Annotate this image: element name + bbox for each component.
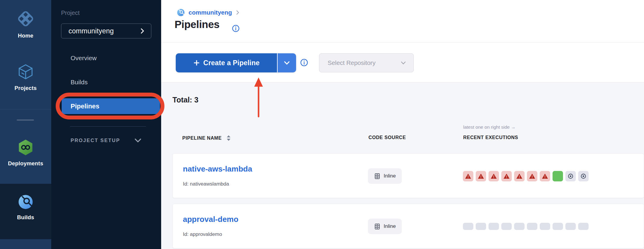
execution-status-pending	[463, 223, 473, 230]
execution-status-failed[interactable]	[501, 171, 512, 181]
chevron-right-icon	[140, 28, 145, 34]
sidebar-item-pipelines-selected[interactable]: Pipelines	[62, 98, 160, 114]
module-rail: Home Projects Deployme	[0, 0, 51, 249]
rail-divider-dash	[17, 119, 34, 121]
pipeline-id: Id: approvaldemo	[183, 231, 222, 237]
execution-status-failed[interactable]	[463, 171, 473, 181]
code-source-badge: Inline	[368, 168, 402, 184]
sort-icon[interactable]	[226, 135, 231, 141]
sidebar-item-builds[interactable]: Builds	[71, 79, 88, 86]
breadcrumb-chevron-icon	[236, 10, 240, 15]
project-avatar-icon	[177, 8, 185, 17]
pipeline-name-link[interactable]: approval-demo	[183, 215, 238, 224]
select-repository-dropdown[interactable]: Select Repository	[319, 53, 414, 72]
toolbar-info-icon[interactable]	[300, 58, 308, 67]
execution-status-pending	[540, 223, 550, 230]
create-pipeline-dropdown[interactable]	[278, 53, 296, 72]
deployments-hexagon-icon	[17, 139, 34, 156]
pipelines-list-section: Total: 3 latest one on right side → PIPE…	[161, 83, 644, 249]
total-count: Total: 3	[172, 96, 198, 104]
execution-status-success[interactable]	[553, 171, 563, 181]
stopped-circle-icon	[580, 173, 587, 180]
rail-item-projects[interactable]: Projects	[0, 63, 51, 91]
warning-triangle-icon	[465, 173, 472, 180]
title-info-icon[interactable]	[232, 24, 240, 32]
warning-triangle-icon	[516, 173, 523, 180]
column-header-code-source: CODE SOURCE	[368, 135, 406, 140]
create-pipeline-button[interactable]: Create a Pipeline	[176, 53, 296, 72]
execution-status-pending	[553, 223, 563, 230]
rail-label-builds: Builds	[17, 214, 34, 221]
warning-triangle-icon	[503, 173, 510, 180]
rail-item-deployments[interactable]: Deployments	[0, 139, 51, 167]
execution-status-failed[interactable]	[540, 171, 550, 181]
create-pipeline-main[interactable]: Create a Pipeline	[176, 53, 277, 72]
code-source-label: Inline	[384, 173, 396, 179]
home-icon	[16, 9, 35, 28]
page-header: communityeng Pipelines	[161, 0, 644, 43]
main-area: communityeng Pipelines Create a Pipeline…	[161, 0, 644, 249]
warning-triangle-icon	[477, 173, 484, 180]
execution-status-pending	[514, 223, 525, 230]
warning-triangle-icon	[490, 173, 497, 180]
inline-store-icon	[374, 173, 381, 180]
project-selector-value: communityeng	[69, 27, 114, 35]
project-label: Project	[61, 10, 80, 16]
chevron-down-icon	[400, 61, 406, 65]
projects-cube-icon	[17, 63, 35, 81]
pipeline-name-link[interactable]: native-aws-lambda	[183, 164, 252, 174]
execution-status-aborted[interactable]	[578, 171, 589, 181]
pipeline-row[interactable]: native-aws-lambda Id: nativeawslambda In…	[172, 153, 644, 198]
page-title: Pipelines	[175, 18, 220, 30]
warning-triangle-icon	[542, 173, 548, 180]
app-root: Home Projects Deployme	[0, 0, 644, 249]
rail-label-projects: Projects	[15, 85, 37, 91]
execution-status-pending	[565, 223, 576, 230]
recent-executions-tiles	[463, 154, 589, 198]
chevron-down-icon	[134, 138, 141, 143]
breadcrumb[interactable]: communityeng	[177, 8, 240, 17]
project-selector[interactable]: communityeng	[61, 24, 151, 38]
select-repository-placeholder: Select Repository	[328, 59, 376, 66]
plus-icon	[193, 60, 200, 66]
stopped-circle-icon	[567, 173, 574, 180]
rail-item-builds[interactable]: Builds	[0, 194, 51, 221]
rail-label-deployments: Deployments	[8, 160, 43, 167]
pipeline-row[interactable]: approval-demo Id: approvaldemo Inline	[172, 204, 644, 248]
rail-item-home[interactable]: Home	[0, 9, 51, 39]
recent-executions-tiles	[463, 204, 589, 249]
execution-status-pending	[501, 223, 512, 230]
execution-status-failed[interactable]	[489, 171, 499, 181]
sidebar-item-overview[interactable]: Overview	[71, 55, 97, 62]
sidebar-divider	[70, 126, 146, 127]
project-sidebar: Project communityeng Overview Builds Pip…	[51, 0, 161, 249]
execution-status-pending	[527, 223, 537, 230]
create-pipeline-label: Create a Pipeline	[203, 59, 260, 67]
pipelines-toolbar: Create a Pipeline Select Repository	[161, 43, 644, 83]
sidebar-item-pipelines-label: Pipelines	[71, 102, 99, 110]
execution-status-failed[interactable]	[514, 171, 525, 181]
column-header-recent-executions: RECENT EXECUTIONS	[463, 135, 518, 140]
rail-label-home: Home	[18, 32, 33, 39]
execution-status-failed[interactable]	[527, 171, 537, 181]
column-header-pipeline-name: PIPELINE NAME	[182, 135, 231, 141]
project-setup-toggle[interactable]: PROJECT SETUP	[71, 138, 141, 143]
builds-circle-icon	[18, 194, 34, 210]
execution-status-failed[interactable]	[476, 171, 486, 181]
execution-status-aborted[interactable]	[565, 171, 576, 181]
execution-status-pending	[489, 223, 499, 230]
recent-executions-note: latest one on right side →	[463, 125, 516, 130]
execution-status-pending	[476, 223, 486, 230]
warning-triangle-icon	[529, 173, 536, 180]
project-setup-label: PROJECT SETUP	[71, 138, 120, 143]
execution-status-pending	[578, 223, 589, 230]
inline-store-icon	[374, 223, 381, 230]
breadcrumb-project-link[interactable]: communityeng	[189, 9, 232, 16]
chevron-down-icon	[284, 61, 290, 65]
pipeline-id: Id: nativeawslambda	[183, 181, 229, 187]
code-source-badge: Inline	[368, 219, 402, 234]
code-source-label: Inline	[384, 223, 396, 229]
